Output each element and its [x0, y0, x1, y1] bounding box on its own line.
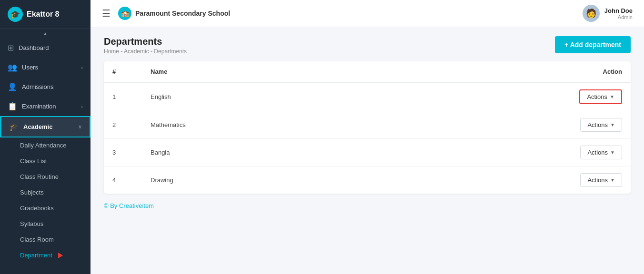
page-header: Departments Home - Academic - Department…: [104, 36, 631, 55]
school-icon: 🏫: [118, 7, 131, 20]
col-header-name: Name: [142, 61, 554, 82]
sidebar-sub-syllabus[interactable]: Syllabus: [0, 216, 91, 232]
cell-num: 3: [104, 139, 142, 166]
user-name: John Doe: [604, 7, 633, 14]
academic-arrow-icon: ∨: [78, 124, 82, 130]
table-row: 4DrawingActions ▼: [104, 166, 631, 194]
user-role: Admin: [604, 14, 633, 20]
user-info: John Doe Admin: [604, 7, 633, 20]
col-header-action: Action: [554, 61, 631, 82]
topbar: ☰ 🏫 Paramount Secondary School 🧑 John Do…: [91, 0, 644, 27]
cell-action: Actions ▼: [554, 82, 631, 111]
examination-icon: 📋: [8, 102, 17, 111]
scroll-up-btn[interactable]: ▲: [0, 29, 91, 38]
departments-table: # Name Action 1EnglishActions ▼2Mathemat…: [104, 61, 631, 194]
logo-icon: 🎓: [8, 7, 23, 22]
users-icon: 👥: [8, 63, 17, 72]
sidebar-sub-gradebooks[interactable]: Gradebooks: [0, 200, 91, 216]
sidebar-item-label: Academic: [23, 123, 52, 130]
topbar-right: 🧑 John Doe Admin: [583, 5, 633, 22]
admissions-icon: 👤: [8, 82, 17, 91]
sidebar: 🎓 Ekattor 8 ▲ ⊞ Dashboard 👥 Users › 👤 Ad…: [0, 0, 91, 274]
sidebar-item-label: Admissions: [22, 83, 53, 90]
sidebar-sub-class-room[interactable]: Class Room: [0, 232, 91, 247]
sidebar-logo: 🎓 Ekattor 8: [0, 0, 91, 29]
sidebar-item-label: Examination: [22, 103, 56, 110]
logo-text: Ekattor 8: [27, 10, 59, 19]
school-name: Paramount Secondary School: [135, 10, 230, 17]
cell-num: 1: [104, 82, 142, 111]
cell-name: English: [142, 82, 554, 111]
sidebar-item-label: Dashboard: [19, 44, 49, 51]
menu-toggle-button[interactable]: ☰: [102, 8, 111, 19]
cell-action: Actions ▼: [554, 111, 631, 139]
cell-name: Drawing: [142, 166, 554, 194]
caret-icon: ▼: [610, 177, 615, 183]
academic-icon: 🎓: [9, 122, 19, 131]
sidebar-sub-class-routine[interactable]: Class Routine: [0, 169, 91, 185]
sidebar-sub-daily-attendance[interactable]: Daily Attendance: [0, 137, 91, 153]
actions-button[interactable]: Actions ▼: [580, 118, 622, 132]
cell-num: 4: [104, 166, 142, 194]
sidebar-sub-class-list[interactable]: Class List: [0, 153, 91, 169]
actions-button[interactable]: Actions ▼: [580, 173, 622, 187]
sidebar-item-users[interactable]: 👥 Users ›: [0, 58, 91, 77]
sidebar-item-label: Users: [22, 64, 38, 71]
school-info: 🏫 Paramount Secondary School: [118, 7, 230, 20]
caret-icon: ▼: [610, 122, 615, 127]
actions-button[interactable]: Actions ▼: [580, 146, 622, 159]
add-department-button[interactable]: + Add department: [555, 36, 631, 53]
cell-name: Bangla: [142, 139, 554, 166]
col-header-num: #: [104, 61, 142, 82]
content-area: Departments Home - Academic - Department…: [91, 27, 644, 274]
cell-action: Actions ▼: [554, 166, 631, 194]
table-row: 1EnglishActions ▼: [104, 82, 631, 111]
sidebar-item-admissions[interactable]: 👤 Admissions: [0, 77, 91, 97]
breadcrumb: Home - Academic - Departments: [104, 48, 187, 55]
table-row: 3BanglaActions ▼: [104, 139, 631, 166]
department-red-arrow-icon: [58, 253, 63, 258]
users-arrow-icon: ›: [81, 65, 83, 70]
sidebar-sub-subjects[interactable]: Subjects: [0, 185, 91, 200]
footer-copyright: © By Creativeitem: [104, 202, 631, 209]
page-title: Departments: [104, 36, 187, 47]
sidebar-sub-department[interactable]: Department: [0, 247, 91, 263]
main-area: ☰ 🏫 Paramount Secondary School 🧑 John Do…: [91, 0, 644, 274]
actions-button[interactable]: Actions ▼: [579, 89, 622, 104]
sidebar-item-academic[interactable]: 🎓 Academic ∨: [0, 116, 91, 137]
avatar: 🧑: [583, 5, 600, 22]
dashboard-icon: ⊞: [8, 43, 14, 52]
caret-icon: ▼: [610, 150, 615, 155]
cell-name: Mathematics: [142, 111, 554, 139]
cell-num: 2: [104, 111, 142, 139]
examination-arrow-icon: ›: [81, 104, 83, 109]
sidebar-item-dashboard[interactable]: ⊞ Dashboard: [0, 38, 91, 58]
caret-icon: ▼: [610, 94, 614, 99]
cell-action: Actions ▼: [554, 139, 631, 166]
departments-table-container: # Name Action 1EnglishActions ▼2Mathemat…: [104, 61, 631, 194]
topbar-left: ☰ 🏫 Paramount Secondary School: [102, 7, 230, 20]
table-row: 2MathematicsActions ▼: [104, 111, 631, 139]
sidebar-item-examination[interactable]: 📋 Examination ›: [0, 97, 91, 116]
